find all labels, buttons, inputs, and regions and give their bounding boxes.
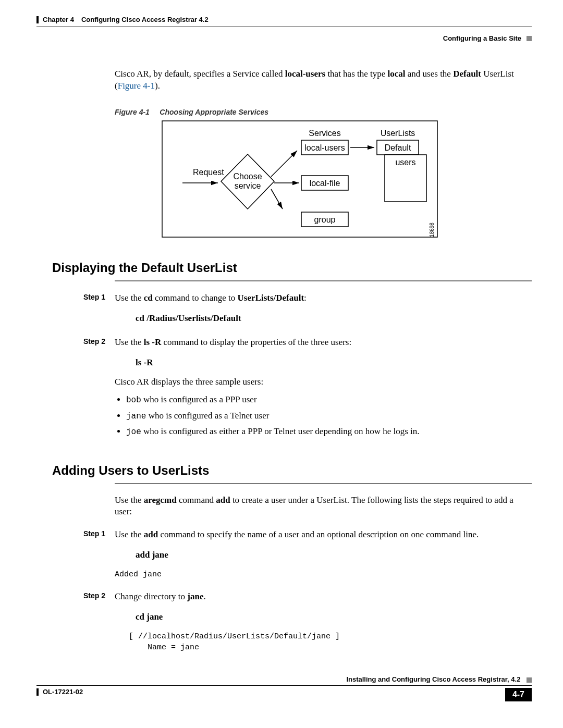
footer-right: Installing and Configuring Cisco Access … bbox=[36, 675, 532, 683]
header-right: Configuring a Basic Site bbox=[443, 34, 532, 42]
content-body: Cisco AR, by default, specifies a Servic… bbox=[36, 68, 532, 240]
text: command to display the properties of the… bbox=[161, 337, 351, 347]
figure-container: Request Choose service Services local-us… bbox=[162, 120, 532, 240]
text: who is configured as a PPP user bbox=[141, 394, 257, 404]
text: . bbox=[203, 591, 205, 601]
footer-square-icon bbox=[527, 677, 532, 683]
section2-intro: Use the aregcmd command add to create a … bbox=[115, 495, 532, 519]
diagram-choose-label-2: service bbox=[235, 181, 261, 190]
page-number: 4-7 bbox=[505, 688, 532, 701]
text: Use the bbox=[115, 337, 144, 347]
section1-step1: Step 1 Use the cd command to change to U… bbox=[36, 292, 532, 332]
text: Use the bbox=[115, 293, 144, 303]
book-title: Installing and Configuring Cisco Access … bbox=[346, 675, 520, 683]
text: who is configured as either a PPP or Tel… bbox=[141, 426, 420, 436]
diagram-userlists-label: UserLists bbox=[381, 129, 415, 138]
section2-rule bbox=[115, 483, 532, 484]
diagram-users-label: users bbox=[395, 158, 415, 167]
header-bar-icon bbox=[36, 16, 39, 23]
figure-svg-wrap: Request Choose service Services local-us… bbox=[162, 120, 438, 240]
page-header: Chapter 4 Configuring Cisco Access Regis… bbox=[36, 16, 532, 23]
step-label: Step 1 bbox=[83, 292, 115, 332]
step-label: Step 1 bbox=[83, 528, 115, 586]
sample-users-list: bob who is configured as a PPP user jane… bbox=[126, 393, 532, 438]
text: Use the bbox=[115, 495, 144, 505]
footer-left: OL-17221-02 bbox=[36, 688, 83, 696]
header-left: Chapter 4 Configuring Cisco Access Regis… bbox=[36, 16, 209, 23]
bold-term: local bbox=[388, 69, 406, 79]
header-square-icon bbox=[527, 36, 532, 41]
page-footer: OL-17221-02 4-7 bbox=[36, 688, 532, 701]
section2-step1: Step 1 Use the add command to specify th… bbox=[36, 528, 532, 586]
text: command to change to bbox=[153, 293, 238, 303]
username-code: bob bbox=[126, 396, 141, 405]
step-body: Change directory to jane. cd jane [ //lo… bbox=[115, 590, 532, 660]
output-block: Added jane bbox=[115, 569, 532, 581]
command-block: ls -R bbox=[136, 356, 532, 369]
figure-caption: Figure 4-1 Choosing Appropriate Services bbox=[115, 108, 532, 116]
footer-bar-icon bbox=[36, 688, 39, 696]
text: Use the bbox=[115, 529, 144, 539]
svg-line-3 bbox=[271, 151, 297, 177]
footer-rule bbox=[36, 685, 532, 686]
section2-heading: Adding Users to UserLists bbox=[52, 463, 532, 478]
bold-term: add bbox=[216, 495, 230, 505]
page-number-wrap: 4-7 bbox=[505, 688, 532, 701]
bold-term: ls -R bbox=[144, 337, 162, 347]
bold-term: cd bbox=[144, 293, 153, 303]
diagram-group-label: group bbox=[314, 215, 336, 224]
chapter-label: Chapter 4 bbox=[43, 16, 74, 23]
doc-id: OL-17221-02 bbox=[43, 688, 83, 696]
page: Chapter 4 Configuring Cisco Access Regis… bbox=[0, 0, 563, 717]
step-body: Use the add command to specify the name … bbox=[115, 528, 532, 586]
text: : bbox=[304, 293, 307, 303]
section1-heading: Displaying the Default UserList bbox=[52, 261, 532, 275]
username-code: joe bbox=[126, 427, 141, 437]
diagram-choose-label-1: Choose bbox=[233, 172, 262, 181]
list-item: jane who is configured as a Telnet user bbox=[126, 410, 532, 422]
diagram-services-label: Services bbox=[309, 129, 340, 138]
bold-term: jane bbox=[187, 591, 203, 601]
username-code: jane bbox=[126, 412, 146, 421]
diagram-default-label: Default bbox=[385, 143, 411, 152]
command-block: add jane bbox=[136, 549, 532, 562]
section1-step2: Step 2 Use the ls -R command to display … bbox=[36, 336, 532, 442]
bold-term: aregcmd bbox=[144, 495, 177, 505]
section2-step2: Step 2 Change directory to jane. cd jane… bbox=[36, 590, 532, 660]
command-block: cd jane bbox=[136, 611, 532, 624]
step-label: Step 2 bbox=[83, 590, 115, 660]
diagram-request-label: Request bbox=[193, 168, 224, 177]
text: ). bbox=[155, 81, 160, 91]
text: Change directory to bbox=[115, 591, 187, 601]
section-title: Configuring a Basic Site bbox=[443, 34, 521, 42]
diagram-local-file-label: local-file bbox=[310, 179, 340, 188]
text: and uses the bbox=[406, 69, 454, 79]
list-item: joe who is configured as either a PPP or… bbox=[126, 425, 532, 438]
figure-title: Choosing Appropriate Services bbox=[160, 108, 268, 116]
section2-intro-wrap: Use the aregcmd command add to create a … bbox=[36, 495, 532, 519]
text: command bbox=[177, 495, 216, 505]
svg-line-5 bbox=[271, 189, 283, 209]
output-block: [ //localhost/Radius/UserLists/Default/j… bbox=[115, 631, 532, 654]
bold-term: local-users bbox=[285, 69, 325, 79]
bold-term: add bbox=[144, 529, 158, 539]
step-label: Step 2 bbox=[83, 336, 115, 442]
diagram-svg: Request Choose service Services local-us… bbox=[162, 120, 438, 238]
list-item: bob who is configured as a PPP user bbox=[126, 393, 532, 406]
section1-rule bbox=[115, 280, 532, 281]
bold-term: Default bbox=[453, 69, 481, 79]
diagram-local-users-label: local-users bbox=[304, 143, 345, 152]
figure-label: Figure 4-1 bbox=[115, 108, 150, 116]
text: that has the type bbox=[325, 69, 387, 79]
text: Cisco AR, by default, specifies a Servic… bbox=[115, 69, 285, 79]
command-block: cd /Radius/Userlists/Default bbox=[136, 312, 532, 325]
text: who is configured as a Telnet user bbox=[146, 411, 269, 421]
text: command to specify the name of a user an… bbox=[158, 529, 479, 539]
display-intro: Cisco AR displays the three sample users… bbox=[115, 376, 532, 388]
step-body: Use the cd command to change to UserList… bbox=[115, 292, 532, 332]
intro-paragraph: Cisco AR, by default, specifies a Servic… bbox=[115, 68, 532, 92]
bold-term: UserLists/Default bbox=[238, 293, 304, 303]
diagram-id-label: 18698 bbox=[429, 223, 435, 237]
figure-reference-link[interactable]: Figure 4-1 bbox=[118, 81, 155, 91]
chapter-title: Configuring Cisco Access Registrar 4.2 bbox=[81, 16, 209, 23]
